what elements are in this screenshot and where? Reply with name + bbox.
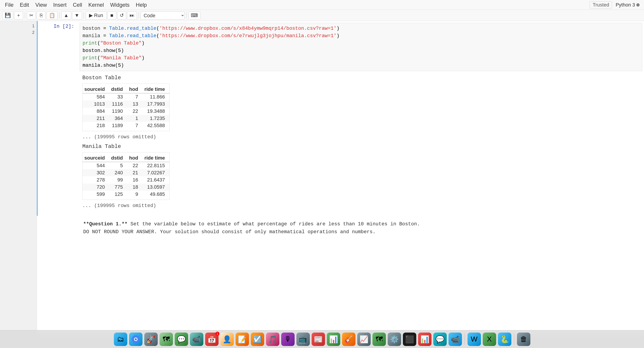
dock-contacts[interactable]: 👤 <box>220 332 234 346</box>
dock-facetime[interactable]: 📹 <box>190 332 203 346</box>
dock-chrome[interactable] <box>129 332 142 346</box>
run-label: Run <box>94 13 103 18</box>
dock-messages[interactable]: 💬 <box>175 332 188 346</box>
boston-table-row: 101311161317.7993 <box>82 101 169 108</box>
dock-notes[interactable]: 📝 <box>236 332 249 346</box>
manila-table-row: 7207751813.0597 <box>82 184 169 191</box>
toolbar-separator-1 <box>25 12 25 19</box>
boston-omitted: ... (199995 rows omitted) <box>82 134 640 140</box>
table-cell: 19.3488 <box>143 108 170 115</box>
restart-button[interactable]: ↺ <box>117 12 126 20</box>
table-cell: 9 <box>127 191 142 198</box>
add-cell-button[interactable]: + <box>14 12 23 20</box>
dock-maps2[interactable]: 🗺 <box>372 332 386 346</box>
table-cell: 5 <box>110 162 128 169</box>
table-cell: 33 <box>110 93 128 101</box>
dock-appletv[interactable]: 📺 <box>296 332 310 346</box>
table-cell: 211 <box>82 115 110 122</box>
dock-numbers[interactable]: 📊 <box>327 332 340 346</box>
manila-col-dstid: dstid <box>110 154 128 162</box>
trusted-badge: Trusted <box>590 1 612 9</box>
table-cell: 1 <box>127 115 142 122</box>
dock-trash[interactable]: 🗑 <box>517 332 530 346</box>
menu-kernel[interactable]: Kernel <box>86 1 106 9</box>
save-button[interactable]: 💾 <box>2 12 13 20</box>
manila-col-ridetime: ride time <box>143 154 170 162</box>
manila-col-hod: hod <box>127 154 142 162</box>
notebook-content[interactable]: In [2]: boston = Table.read_table('https… <box>37 21 644 334</box>
dock-podcasts[interactable]: 🎙 <box>281 332 294 346</box>
menu-widgets[interactable]: Widgets <box>107 1 132 9</box>
table-cell: 17.7993 <box>143 101 170 108</box>
question-cell: **Question 1.** Set the variable below t… <box>37 216 644 240</box>
dock-system-prefs[interactable]: ⚙️ <box>388 332 401 346</box>
code-area[interactable]: boston = Table.read_table('https://www.d… <box>80 23 642 71</box>
table-cell: 364 <box>110 115 128 122</box>
dock-reminders[interactable]: ☑️ <box>251 332 264 346</box>
manila-table-row: 302240217.02267 <box>82 169 169 176</box>
cell-content[interactable]: boston = Table.read_table('https://www.d… <box>78 22 644 215</box>
menu-insert[interactable]: Insert <box>50 1 69 9</box>
dock-itunes[interactable]: 🎵 <box>266 332 280 346</box>
table-cell: 1116 <box>110 101 128 108</box>
table-cell: 775 <box>110 184 128 191</box>
table-cell: 7.02267 <box>143 169 170 176</box>
code-cell: In [2]: boston = Table.read_table('https… <box>37 21 644 216</box>
boston-col-hod: hod <box>127 86 142 93</box>
copy-button[interactable]: ⎘ <box>37 12 46 20</box>
dock-terminal[interactable]: ⬛ <box>403 332 416 346</box>
toolbar-separator-2 <box>59 12 60 19</box>
menu-view[interactable]: View <box>33 1 50 9</box>
manila-table-row: 599125949.685 <box>82 191 169 198</box>
cut-button[interactable]: ✂ <box>27 12 36 20</box>
svg-point-2 <box>135 338 137 340</box>
menu-right: Trusted Python 3 <box>590 1 640 9</box>
cell-type-select[interactable]: Code Markdown Raw NBConvert <box>141 12 184 20</box>
boston-table-wrapper: sourceid dstid hod ride time 58433711.86… <box>82 84 170 131</box>
table-cell: 21.6437 <box>143 176 170 184</box>
dock-word[interactable]: W <box>468 332 481 346</box>
table-cell: 1190 <box>110 108 128 115</box>
table-cell: 1013 <box>82 101 110 108</box>
table-cell: 584 <box>82 93 110 101</box>
menu-file[interactable]: File <box>2 1 16 9</box>
menu-cell[interactable]: Cell <box>70 1 85 9</box>
dock-excel[interactable]: X <box>483 332 496 346</box>
question-prompt <box>38 217 78 239</box>
dock-finder[interactable]: 🗂 <box>114 332 127 346</box>
table-cell: 218 <box>82 122 110 129</box>
kernel-name: Python 3 <box>616 2 635 8</box>
dock-launchpad[interactable]: 🚀 <box>144 332 158 346</box>
table-cell: 13 <box>127 101 142 108</box>
menu-help[interactable]: Help <box>133 1 150 9</box>
boston-table: sourceid dstid hod ride time 58433711.86… <box>82 86 169 129</box>
table-cell: 42.5588 <box>143 122 170 129</box>
dock-python[interactable]: 🐍 <box>498 332 511 346</box>
stop-button[interactable]: ■ <box>107 12 116 20</box>
dock-garageband[interactable]: 🎸 <box>342 332 356 346</box>
dock-stocks[interactable]: 📈 <box>357 332 371 346</box>
boston-table-row: 88411902219.3488 <box>82 108 169 115</box>
run-button[interactable]: ▶ Run <box>86 12 106 20</box>
dock-slack[interactable]: 💬 <box>433 332 447 346</box>
table-cell: 22 <box>127 162 142 169</box>
dock-powerpoint[interactable]: 📊 <box>418 332 432 346</box>
sidebar-num-2: 2 <box>1 29 36 36</box>
dock-news[interactable]: 📰 <box>312 332 325 346</box>
dock-calendar[interactable]: 📅 1 <box>205 332 218 346</box>
move-up-button[interactable]: ▲ <box>61 12 71 20</box>
move-down-button[interactable]: ▼ <box>72 12 82 20</box>
table-cell: 16 <box>127 176 142 184</box>
paste-button[interactable]: 📋 <box>46 12 58 20</box>
kernel-indicator: Python 3 <box>616 2 640 8</box>
table-cell: 125 <box>110 191 128 198</box>
keyboard-shortcuts-button[interactable]: ⌨ <box>188 12 200 20</box>
menu-edit[interactable]: Edit <box>17 1 32 9</box>
table-cell: 99 <box>110 176 128 184</box>
table-cell: 302 <box>82 169 110 176</box>
dock-maps[interactable]: 🗺 <box>160 332 173 346</box>
dock-zoom[interactable]: 📹 <box>448 332 462 346</box>
restart-run-button[interactable]: ⏭ <box>127 12 137 20</box>
toolbar-separator-5 <box>186 12 186 19</box>
table-cell: 884 <box>82 108 110 115</box>
